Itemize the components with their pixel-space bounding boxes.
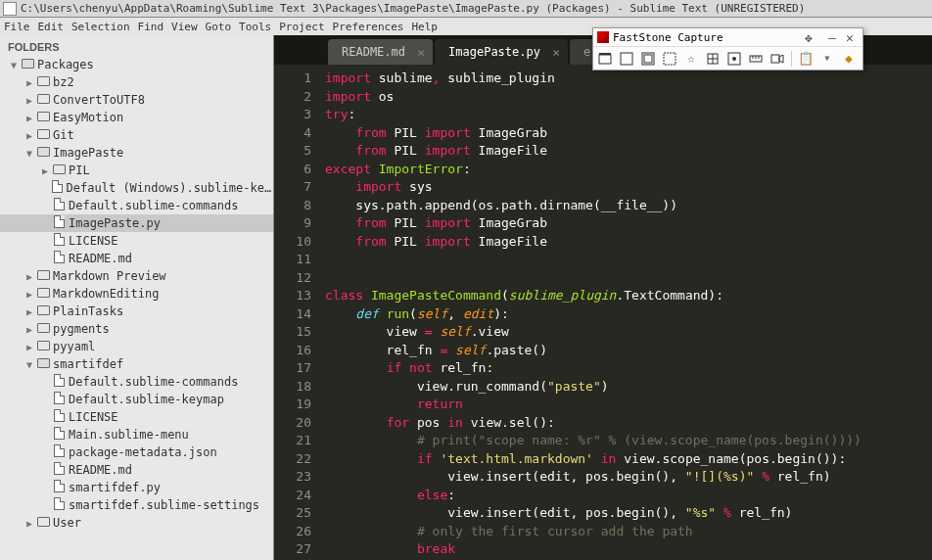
capture-active-window-icon[interactable] bbox=[597, 51, 613, 67]
tree-item[interactable]: ▶PlainTasks bbox=[0, 303, 273, 320]
tab[interactable]: ImagePaste.py× bbox=[435, 39, 568, 65]
folder-icon bbox=[51, 163, 67, 177]
line-number: 26 bbox=[274, 523, 311, 541]
tree-arrow-icon[interactable]: ▼ bbox=[23, 359, 35, 370]
tree-arrow-icon[interactable]: ▶ bbox=[23, 113, 35, 123]
line-number: 4 bbox=[274, 124, 311, 143]
tree-item[interactable]: LICENSE bbox=[0, 232, 273, 250]
tree-item[interactable]: Default.sublime-commands bbox=[0, 197, 273, 214]
capture-rect-icon[interactable] bbox=[640, 51, 656, 67]
tree-item[interactable]: Main.sublime-menu bbox=[0, 426, 273, 443]
screen-recorder-icon[interactable] bbox=[769, 51, 785, 67]
tree-arrow-icon[interactable]: ▶ bbox=[23, 518, 35, 529]
settings-icon[interactable]: ◆ bbox=[841, 51, 857, 67]
screen-ruler-icon[interactable] bbox=[748, 51, 764, 67]
faststone-window[interactable]: FastStone Capture ✥ — ✕ ☆ 📋 ▼ ◆ bbox=[592, 27, 863, 70]
editor-area: README.md×ImagePaste.py×e-keymap× 123456… bbox=[274, 35, 932, 560]
tree-label: pyyaml bbox=[53, 340, 95, 353]
folder-icon bbox=[35, 111, 51, 124]
tree-arrow-icon[interactable]: ▶ bbox=[23, 324, 35, 335]
tree-arrow-icon[interactable]: ▶ bbox=[23, 289, 35, 300]
tree-item[interactable]: smartifdef.sublime-settings bbox=[0, 496, 273, 514]
tree-label: Main.sublime-menu bbox=[69, 428, 189, 442]
menu-help[interactable]: Help bbox=[407, 21, 442, 33]
tree-label: MarkdownEditing bbox=[53, 287, 159, 301]
capture-freehand-icon[interactable] bbox=[662, 51, 677, 67]
menu-goto[interactable]: Goto bbox=[202, 21, 236, 33]
code-line: view.insert(edit, pos.begin(), "%s" % re… bbox=[325, 504, 932, 523]
tree-arrow-icon[interactable]: ▼ bbox=[8, 60, 20, 70]
code-line: if not rel_fn: bbox=[325, 359, 932, 378]
tree-item[interactable]: ImagePaste.py bbox=[0, 214, 273, 232]
tree-arrow-icon[interactable]: ▶ bbox=[23, 95, 35, 106]
tab[interactable]: README.md× bbox=[328, 39, 433, 65]
faststone-titlebar[interactable]: FastStone Capture ✥ — ✕ bbox=[593, 28, 862, 47]
tree-label: Markdown Preview bbox=[53, 269, 166, 283]
menu-preferences[interactable]: Preferences bbox=[329, 21, 408, 33]
tree-item[interactable]: ▼smartifdef bbox=[0, 355, 273, 373]
close-button[interactable]: ✕ bbox=[843, 30, 857, 44]
tab-close-icon[interactable]: × bbox=[417, 45, 425, 60]
tree-item[interactable]: ▶pygments bbox=[0, 320, 273, 338]
code-content[interactable]: import sublime, sublime_pluginimport ost… bbox=[325, 65, 932, 560]
code-line: if 'text.html.markdown' in view.scope_na… bbox=[325, 450, 932, 469]
tree-item[interactable]: LICENSE bbox=[0, 408, 273, 426]
code-line: rel_fn = self.paste() bbox=[325, 342, 932, 360]
menu-edit[interactable]: Edit bbox=[34, 21, 69, 33]
output-clipboard-icon[interactable]: 📋 bbox=[798, 51, 814, 67]
tree-item[interactable]: ▶Git bbox=[0, 126, 273, 144]
tree-arrow-icon[interactable]: ▶ bbox=[23, 342, 35, 352]
code-line: view.insert(edit, pos.begin(), "![](%s)"… bbox=[325, 468, 932, 487]
file-icon bbox=[51, 480, 67, 495]
file-icon bbox=[51, 427, 67, 443]
tree-item[interactable]: ▶bz2 bbox=[0, 73, 273, 91]
tree-arrow-icon[interactable]: ▶ bbox=[39, 165, 51, 176]
line-number: 9 bbox=[274, 214, 311, 233]
tree-item[interactable]: Default (Windows).sublime-keymap bbox=[0, 179, 273, 197]
code-line: class ImagePasteCommand(sublime_plugin.T… bbox=[325, 287, 932, 305]
menu-tools[interactable]: Tools bbox=[235, 21, 275, 33]
menu-find[interactable]: Find bbox=[134, 21, 168, 33]
tree-item[interactable]: ▶EasyMotion bbox=[0, 109, 273, 126]
tree-item[interactable]: Default.sublime-keymap bbox=[0, 391, 273, 408]
tree-arrow-icon[interactable]: ▶ bbox=[23, 306, 35, 317]
tree-arrow-icon[interactable]: ▼ bbox=[23, 148, 35, 159]
tree-item[interactable]: ▼Packages bbox=[0, 56, 273, 73]
tree-arrow-icon[interactable]: ▶ bbox=[23, 77, 35, 88]
menu-selection[interactable]: Selection bbox=[68, 21, 134, 33]
minimize-button[interactable]: — bbox=[825, 30, 839, 44]
tree-item[interactable]: ▶MarkdownEditing bbox=[0, 285, 273, 303]
menu-view[interactable]: View bbox=[167, 21, 202, 33]
folder-icon bbox=[35, 322, 51, 336]
tree-item[interactable]: Default.sublime-commands bbox=[0, 373, 273, 391]
tree-item[interactable]: ▶ConvertToUTF8 bbox=[0, 91, 273, 109]
tree-item[interactable]: ▼ImagePaste bbox=[0, 144, 273, 162]
line-gutter: 1234567891011121314151617181920212223242… bbox=[274, 65, 325, 560]
move-icon[interactable]: ✥ bbox=[800, 30, 817, 44]
tree-item[interactable]: ▶Markdown Preview bbox=[0, 267, 273, 285]
tree-item[interactable]: README.md bbox=[0, 461, 273, 479]
line-number: 16 bbox=[274, 342, 311, 360]
tree-item[interactable]: package-metadata.json bbox=[0, 443, 273, 461]
tree-item[interactable]: smartifdef.py bbox=[0, 479, 273, 496]
menu-project[interactable]: Project bbox=[275, 21, 328, 33]
tree-item[interactable]: README.md bbox=[0, 250, 273, 267]
tree-item[interactable]: ▶User bbox=[0, 514, 273, 532]
code-area[interactable]: 1234567891011121314151617181920212223242… bbox=[274, 65, 932, 560]
output-dropdown-icon[interactable]: ▼ bbox=[819, 51, 835, 67]
menu-file[interactable]: File bbox=[0, 21, 34, 33]
tree-label: LICENSE bbox=[69, 234, 118, 248]
tree-label: EasyMotion bbox=[53, 111, 123, 124]
folder-icon bbox=[35, 146, 51, 160]
tree-item[interactable]: ▶PIL bbox=[0, 162, 273, 179]
tree-arrow-icon[interactable]: ▶ bbox=[23, 271, 35, 282]
capture-window-icon[interactable] bbox=[619, 51, 634, 67]
capture-fixed-icon[interactable] bbox=[726, 51, 742, 67]
tab-close-icon[interactable]: × bbox=[552, 45, 560, 60]
line-number: 8 bbox=[274, 197, 311, 215]
tree-item[interactable]: ▶pyyaml bbox=[0, 338, 273, 355]
tree-arrow-icon[interactable]: ▶ bbox=[23, 130, 35, 141]
capture-fullscreen-icon[interactable]: ☆ bbox=[683, 51, 699, 67]
capture-scrolling-icon[interactable] bbox=[705, 51, 721, 67]
folder-icon bbox=[35, 340, 51, 353]
